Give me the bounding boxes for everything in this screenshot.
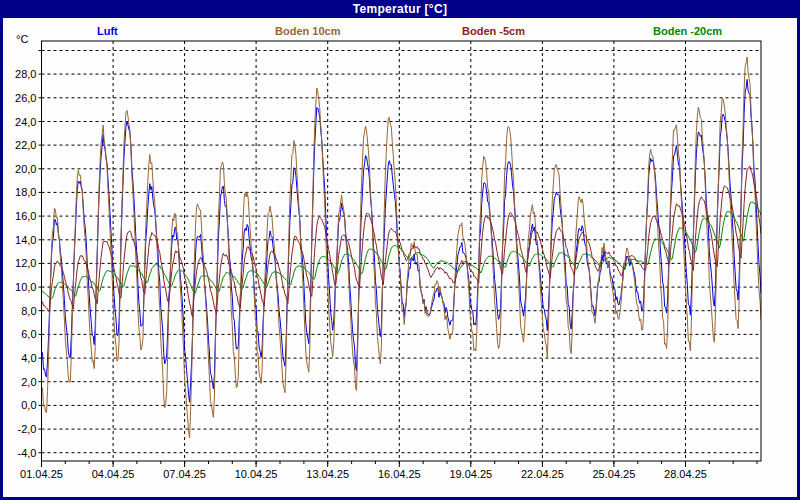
svg-text:19.04.25: 19.04.25 xyxy=(449,468,492,480)
svg-text:-4,0: -4,0 xyxy=(18,447,37,459)
svg-text:28.04.25: 28.04.25 xyxy=(664,468,707,480)
svg-text:8,0: 8,0 xyxy=(21,305,36,317)
legend-item-boden-20cm: Boden -20cm xyxy=(653,25,722,37)
svg-text:12,0: 12,0 xyxy=(15,257,36,269)
svg-text:25.04.25: 25.04.25 xyxy=(592,468,635,480)
svg-text:10,0: 10,0 xyxy=(15,281,36,293)
temperature-plot: 28,026,024,022,020,018,016,014,012,010,0… xyxy=(0,0,800,500)
svg-text:4,0: 4,0 xyxy=(21,352,36,364)
legend-item-boden-10cm: Boden 10cm xyxy=(275,25,340,37)
svg-text:16.04.25: 16.04.25 xyxy=(378,468,421,480)
svg-text:22,0: 22,0 xyxy=(15,139,36,151)
y-axis-unit-label: °C xyxy=(16,33,28,45)
svg-text:16,0: 16,0 xyxy=(15,210,36,222)
svg-text:26,0: 26,0 xyxy=(15,92,36,104)
svg-text:18,0: 18,0 xyxy=(15,186,36,198)
svg-text:6,0: 6,0 xyxy=(21,328,36,340)
svg-text:04.04.25: 04.04.25 xyxy=(92,468,135,480)
svg-text:24,0: 24,0 xyxy=(15,116,36,128)
svg-text:20,0: 20,0 xyxy=(15,163,36,175)
svg-text:2,0: 2,0 xyxy=(21,376,36,388)
window-title: Temperatur [°C] xyxy=(353,2,447,16)
chart-window: Temperatur [°C] Luft Boden 10cm Boden -5… xyxy=(0,0,800,500)
legend-item-boden-5cm: Boden -5cm xyxy=(462,25,525,37)
svg-text:22.04.25: 22.04.25 xyxy=(521,468,564,480)
svg-text:0,0: 0,0 xyxy=(21,399,36,411)
svg-text:01.04.25: 01.04.25 xyxy=(20,468,63,480)
svg-text:10.04.25: 10.04.25 xyxy=(235,468,278,480)
svg-text:-2,0: -2,0 xyxy=(18,423,37,435)
svg-text:07.04.25: 07.04.25 xyxy=(163,468,206,480)
window-titlebar: Temperatur [°C] xyxy=(0,0,800,18)
svg-text:14,0: 14,0 xyxy=(15,234,36,246)
svg-text:28,0: 28,0 xyxy=(15,68,36,80)
legend-item-luft: Luft xyxy=(97,25,118,37)
svg-text:13.04.25: 13.04.25 xyxy=(306,468,349,480)
